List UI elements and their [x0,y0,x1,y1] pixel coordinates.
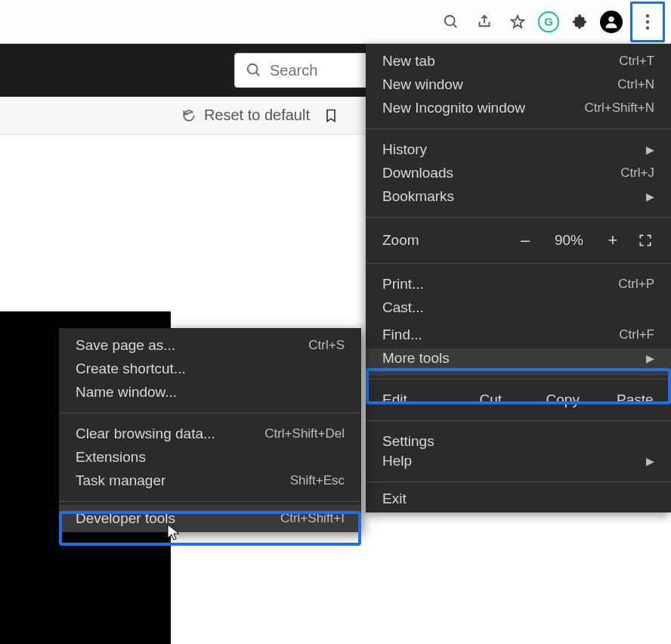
menu-label: Downloads [382,165,453,181]
svg-line-1 [453,23,457,27]
menu-item-new-window[interactable]: New window Ctrl+N [366,71,671,98]
menu-label: More tools [382,350,450,367]
extensions-puzzle-icon[interactable] [567,9,592,35]
chrome-main-menu: New tab Ctrl+T New window Ctrl+N New Inc… [366,44,671,512]
svg-point-6 [646,26,649,29]
menu-shortcut: Ctrl+P [618,277,654,292]
grammarly-letter: G [544,15,553,28]
more-menu-button[interactable] [634,5,661,39]
submenu-shortcut: Ctrl+Shift+Del [264,426,345,441]
menu-shortcut: Ctrl+F [619,327,654,342]
menu-separator [366,379,671,379]
menu-item-more-tools[interactable]: More tools ▶ [366,348,671,376]
submenu-item-developer-tools[interactable]: Developer tools Ctrl+Shift+I [59,505,361,532]
submenu-label: Task manager [76,472,165,489]
zoom-indicator-icon[interactable] [438,9,464,35]
bookmark-star-icon[interactable] [505,9,530,35]
submenu-item-create-shortcut[interactable]: Create shortcut... [59,355,361,382]
paste-button[interactable]: Paste [599,392,672,408]
menu-item-new-tab[interactable]: New tab Ctrl+T [366,44,671,71]
menu-separator [366,217,671,218]
menu-item-history[interactable]: History ▶ [366,132,671,159]
copy-button[interactable]: Copy [527,392,599,408]
zoom-in-button[interactable]: + [595,231,630,250]
menu-item-find[interactable]: Find... Ctrl+F [366,321,671,348]
submenu-label: Save page as... [76,337,175,354]
menu-label: Help [382,453,412,469]
zoom-label: Zoom [382,232,419,249]
menu-label: Exit [382,491,407,507]
menu-label: New Incognito window [382,100,525,116]
menu-label: New window [382,76,463,93]
browser-toolbar: G [0,0,671,44]
submenu-item-task-manager[interactable]: Task manager Shift+Esc [59,471,361,498]
menu-item-print[interactable]: Print... Ctrl+P [366,267,671,294]
svg-point-4 [646,14,649,17]
bookmark-outline-icon[interactable] [323,107,339,125]
svg-point-3 [608,16,614,21]
menu-zoom-row: Zoom – 90% + [366,221,671,260]
menu-item-incognito[interactable]: New Incognito window Ctrl+Shift+N [366,98,671,125]
menu-shortcut: Ctrl+Shift+N [584,101,654,116]
submenu-label: Name window... [76,384,177,401]
reset-label: Reset to default [204,107,310,124]
submenu-shortcut: Ctrl+Shift+I [280,511,345,526]
reset-icon [181,108,196,123]
menu-label: Bookmarks [382,188,454,205]
menu-separator [366,263,671,264]
profile-avatar-icon[interactable] [600,11,623,33]
submenu-item-clear-data[interactable]: Clear browsing data... Ctrl+Shift+Del [59,416,361,444]
svg-point-0 [445,15,455,25]
chevron-right-icon: ▶ [646,352,654,364]
cut-button[interactable]: Cut [455,392,527,408]
menu-item-downloads[interactable]: Downloads Ctrl+J [366,159,671,187]
menu-item-help[interactable]: Help ▶ [366,451,671,478]
menu-separator [366,481,671,482]
menu-item-cast[interactable]: Cast... [366,294,671,321]
share-icon[interactable] [472,9,497,35]
svg-point-7 [248,64,258,74]
fullscreen-icon [638,233,653,248]
edit-label: Edit [366,392,455,408]
menu-shortcut: Ctrl+J [620,166,654,181]
submenu-shortcut: Shift+Esc [290,473,345,488]
vertical-dots-icon [645,13,650,31]
highlight-more-button [630,2,665,42]
chevron-right-icon: ▶ [646,190,654,203]
submenu-separator [59,501,361,502]
menu-label: Settings [382,433,434,450]
zoom-percent: 90% [543,232,595,249]
reset-to-default-link[interactable]: Reset to default [181,107,310,124]
grammarly-extension-icon[interactable]: G [538,11,559,33]
submenu-separator [59,413,361,413]
menu-item-bookmarks[interactable]: Bookmarks ▶ [366,187,671,214]
menu-label: Cast... [382,299,424,316]
svg-line-8 [256,73,260,76]
submenu-item-save-as[interactable]: Save page as... Ctrl+S [59,328,361,355]
submenu-label: Developer tools [76,510,175,527]
submenu-label: Clear browsing data... [76,426,215,442]
search-icon [246,62,262,79]
submenu-item-extensions[interactable]: Extensions [59,444,361,471]
submenu-item-name-window[interactable]: Name window... [59,382,361,410]
chevron-right-icon: ▶ [646,455,654,467]
submenu-label: Create shortcut... [76,361,186,377]
svg-marker-2 [512,15,524,27]
menu-label: Find... [382,327,422,343]
menu-edit-row: Edit Cut Copy Paste [366,382,671,417]
menu-label: Print... [382,276,424,293]
menu-item-settings[interactable]: Settings [366,424,671,451]
zoom-out-button[interactable]: – [508,231,543,250]
menu-shortcut: Ctrl+T [619,54,654,69]
menu-label: New tab [382,53,435,70]
menu-separator [366,420,671,421]
svg-point-5 [646,20,649,23]
menu-item-exit[interactable]: Exit [366,485,671,512]
chevron-right-icon: ▶ [646,144,654,156]
fullscreen-button[interactable] [630,233,660,248]
menu-shortcut: Ctrl+N [617,77,654,92]
menu-separator [366,128,671,129]
menu-label: History [382,141,427,158]
submenu-shortcut: Ctrl+S [308,338,345,353]
more-tools-submenu: Save page as... Ctrl+S Create shortcut..… [59,328,361,532]
